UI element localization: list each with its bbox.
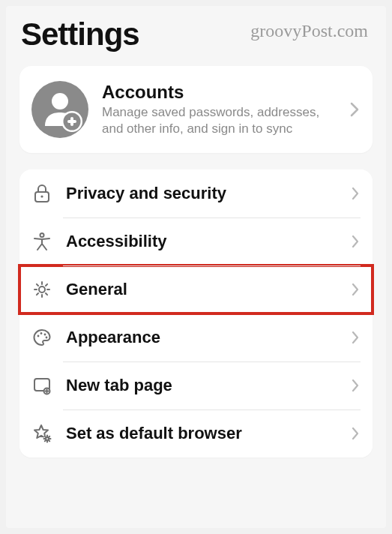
avatar-add-icon <box>31 81 88 138</box>
menu-item-label: Privacy and security <box>66 184 338 203</box>
menu-item-label: Accessibility <box>66 232 338 251</box>
menu-item-label: New tab page <box>66 376 338 395</box>
chevron-right-icon <box>352 331 359 344</box>
svg-point-11 <box>40 332 43 334</box>
svg-point-13 <box>46 337 48 339</box>
menu-item-general[interactable]: General <box>19 266 373 314</box>
svg-point-7 <box>40 195 43 197</box>
menu-item-privacy[interactable]: Privacy and security <box>19 170 373 218</box>
star-gear-icon <box>31 423 52 444</box>
lock-icon <box>31 183 52 204</box>
svg-point-9 <box>39 286 45 292</box>
menu-item-label: Appearance <box>66 328 338 347</box>
page-header: Settings groovyPost.com <box>19 14 373 66</box>
new-tab-icon <box>31 375 52 396</box>
chevron-right-icon <box>352 235 359 248</box>
menu-item-label: General <box>66 280 338 299</box>
svg-rect-5 <box>67 120 76 123</box>
gear-icon <box>31 279 52 300</box>
menu-item-accessibility[interactable]: Accessibility <box>19 218 373 266</box>
chevron-right-icon <box>352 427 359 440</box>
chevron-right-icon <box>352 379 359 392</box>
svg-point-12 <box>44 334 46 336</box>
accounts-text: Accounts Manage saved passwords, address… <box>102 82 337 137</box>
svg-point-10 <box>37 335 40 338</box>
settings-list: Privacy and security Accessibility <box>19 170 373 458</box>
menu-item-label: Set as default browser <box>66 424 338 443</box>
svg-point-1 <box>52 93 68 110</box>
menu-item-default-browser[interactable]: Set as default browser <box>19 410 373 458</box>
accounts-row[interactable]: Accounts Manage saved passwords, address… <box>19 66 373 153</box>
page-title: Settings <box>21 16 139 52</box>
chevron-right-icon <box>352 187 359 200</box>
chevron-right-icon <box>352 283 359 296</box>
accounts-title: Accounts <box>102 82 337 103</box>
accounts-subtitle: Manage saved passwords, addresses, and o… <box>102 104 337 137</box>
menu-item-newtab[interactable]: New tab page <box>19 362 373 410</box>
accounts-card: Accounts Manage saved passwords, address… <box>19 66 373 153</box>
svg-point-8 <box>40 233 44 237</box>
palette-icon <box>31 327 52 348</box>
menu-item-appearance[interactable]: Appearance <box>19 314 373 362</box>
watermark-text: groovyPost.com <box>250 21 368 41</box>
chevron-right-icon <box>350 102 359 117</box>
accessibility-icon <box>31 231 52 252</box>
